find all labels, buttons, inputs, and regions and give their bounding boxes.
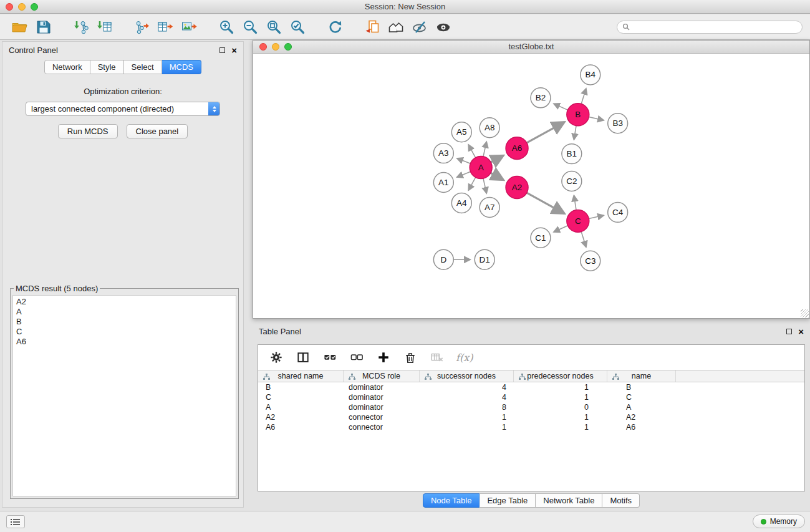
zoom-in-button[interactable] [215,17,238,37]
edge-A2-C[interactable] [527,193,564,213]
edge-B-B1[interactable] [574,126,576,140]
node-B1[interactable]: B1 [562,144,582,164]
close-window-button[interactable] [6,3,13,11]
node-A3[interactable]: A3 [433,143,453,163]
edge-A-A3[interactable] [457,158,471,163]
node-C2[interactable]: C2 [562,172,582,191]
edge-C-C4[interactable] [589,215,604,218]
node-C[interactable]: C [567,210,589,232]
network-minimize-button[interactable] [272,43,279,51]
create-column-button[interactable] [375,349,392,365]
node-A2[interactable]: A2 [506,177,528,199]
node-A1[interactable]: A1 [433,173,453,193]
refresh-network-button[interactable] [323,17,347,37]
edge-A-A8[interactable] [483,142,486,157]
hide-graphics-details-button[interactable] [408,17,432,37]
zoom-window-button[interactable] [31,3,38,11]
edge-B-B4[interactable] [581,89,586,104]
deselect-all-button[interactable] [349,349,365,365]
close-panel-icon[interactable] [231,46,237,55]
column-header-successor-nodes[interactable]: successor nodes [420,370,514,382]
edge-C-C1[interactable] [554,226,568,232]
table-row[interactable]: Adominator80A [258,402,804,412]
edge-A-A6[interactable] [491,155,503,162]
run-mcds-button[interactable]: Run MCDS [58,124,118,138]
column-header-predecessor-nodes[interactable]: predecessor nodes [514,370,607,382]
open-session-button[interactable] [7,17,31,37]
column-header-name[interactable]: name [607,370,676,382]
mcds-result-item[interactable]: A2 [16,297,233,307]
edge-B-B3[interactable] [589,117,604,120]
node-D[interactable]: D [433,249,453,269]
edge-A-A5[interactable] [468,145,475,158]
import-network-button[interactable] [69,17,92,37]
node-A6[interactable]: A6 [506,137,528,160]
network-close-button[interactable] [259,43,267,51]
export-table-button[interactable] [153,17,177,37]
export-image-button[interactable] [177,17,201,37]
zoom-selected-button[interactable] [286,17,309,37]
select-all-button[interactable] [322,349,338,365]
float-panel-icon[interactable] [219,47,225,53]
table-row[interactable]: Bdominator41B [258,382,804,392]
edge-A-A7[interactable] [483,178,486,193]
edge-A6-B[interactable] [527,122,564,143]
delete-table-button[interactable] [429,349,445,365]
node-B4[interactable]: B4 [581,65,600,85]
import-table-button[interactable] [92,17,116,37]
mcds-result-item[interactable]: C [16,327,233,337]
table-row[interactable]: A6connector11A6 [258,422,804,432]
duplicate-network-button[interactable] [360,17,384,37]
edge-C-C3[interactable] [581,232,586,248]
node-D1[interactable]: D1 [475,249,494,269]
zoom-fit-button[interactable] [262,17,286,37]
node-A8[interactable]: A8 [480,118,499,138]
node-C3[interactable]: C3 [581,251,600,271]
tab-style[interactable]: Style [90,60,124,74]
tab-mcds[interactable]: MCDS [162,60,201,74]
node-B3[interactable]: B3 [608,114,628,133]
node-B2[interactable]: B2 [531,88,551,108]
edge-B-B2[interactable] [554,104,568,110]
minimize-window-button[interactable] [18,3,26,11]
node-C4[interactable]: C4 [608,202,628,222]
column-header-shared-name[interactable]: shared name [258,370,344,382]
edge-A-A4[interactable] [468,177,475,190]
node-C1[interactable]: C1 [531,228,551,248]
table-tab-node-table[interactable]: Node Table [423,493,480,508]
table-tab-motifs[interactable]: Motifs [602,493,640,508]
node-A4[interactable]: A4 [451,193,471,213]
mcds-result-item[interactable]: B [16,317,233,327]
node-A[interactable]: A [470,157,492,179]
resize-handle[interactable] [801,309,809,317]
show-columns-button[interactable] [295,349,311,365]
close-panel-button[interactable]: Close panel [127,124,188,138]
table-mode-button[interactable] [268,349,284,365]
delete-columns-button[interactable] [402,349,418,365]
task-list-button[interactable] [6,515,25,528]
table-row[interactable]: A2connector11A2 [258,412,804,422]
node-A5[interactable]: A5 [451,122,471,142]
home-button[interactable] [384,17,408,37]
network-zoom-button[interactable] [284,43,292,51]
edge-A-A2[interactable] [491,173,503,180]
search-input[interactable] [633,22,797,32]
close-table-panel-icon[interactable] [798,327,804,336]
table-row[interactable]: Cdominator41C [258,392,804,402]
mcds-result-item[interactable]: A6 [16,337,233,347]
function-builder-icon[interactable]: f(x) [456,352,473,364]
export-network-button[interactable] [130,17,153,37]
zoom-out-button[interactable] [238,17,262,37]
mcds-result-item[interactable]: A [16,307,233,317]
node-B[interactable]: B [567,104,589,126]
column-header-mcds-role[interactable]: MCDS role [344,370,420,382]
edge-C-C2[interactable] [574,195,576,210]
network-canvas[interactable]: B4B2BB3A5A8A6B1A3AC2A1A2A4A7C4CC1C3DD1 [253,54,809,318]
tab-select[interactable]: Select [124,60,162,74]
node-A7[interactable]: A7 [480,197,499,217]
edge-A-A1[interactable] [457,172,471,177]
memory-button[interactable]: Memory [753,515,805,528]
table-tab-edge-table[interactable]: Edge Table [480,493,536,508]
show-graphics-details-button[interactable] [432,17,455,37]
float-table-panel-icon[interactable] [786,329,792,334]
